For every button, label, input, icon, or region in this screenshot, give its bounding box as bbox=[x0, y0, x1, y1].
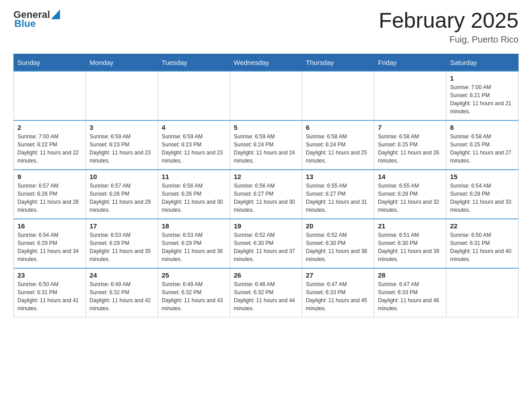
sunrise-text: Sunrise: 6:55 AM bbox=[378, 182, 442, 190]
day-number: 12 bbox=[234, 173, 298, 180]
sunset-text: Sunset: 6:29 PM bbox=[162, 239, 226, 247]
day-number: 17 bbox=[90, 222, 154, 230]
day-number: 19 bbox=[234, 222, 298, 230]
day-info: Sunrise: 6:59 AMSunset: 6:23 PMDaylight:… bbox=[162, 133, 226, 165]
day-number: 10 bbox=[90, 173, 154, 180]
sunrise-text: Sunrise: 6:52 AM bbox=[234, 231, 298, 239]
day-info: Sunrise: 6:48 AMSunset: 6:32 PMDaylight:… bbox=[234, 280, 298, 313]
col-sunday: Sunday bbox=[14, 54, 86, 71]
daylight-text: Daylight: 11 hours and 30 minutes. bbox=[162, 198, 226, 214]
table-row bbox=[86, 71, 158, 120]
sunset-text: Sunset: 6:24 PM bbox=[234, 141, 298, 149]
table-row bbox=[374, 71, 446, 120]
day-number: 1 bbox=[450, 74, 515, 82]
sunset-text: Sunset: 6:29 PM bbox=[90, 239, 154, 247]
sunset-text: Sunset: 6:21 PM bbox=[450, 91, 515, 99]
daylight-text: Daylight: 11 hours and 46 minutes. bbox=[378, 296, 442, 313]
table-row: 20Sunrise: 6:52 AMSunset: 6:30 PMDayligh… bbox=[302, 219, 374, 268]
sunrise-text: Sunrise: 6:49 AM bbox=[90, 280, 154, 288]
day-info: Sunrise: 6:58 AMSunset: 6:25 PMDaylight:… bbox=[450, 133, 515, 165]
sunrise-text: Sunrise: 7:00 AM bbox=[17, 133, 82, 141]
sunset-text: Sunset: 6:30 PM bbox=[306, 239, 370, 247]
day-number: 18 bbox=[162, 222, 226, 230]
sunrise-text: Sunrise: 6:56 AM bbox=[234, 182, 298, 190]
sunrise-text: Sunrise: 6:59 AM bbox=[90, 133, 154, 141]
daylight-text: Daylight: 11 hours and 31 minutes. bbox=[306, 198, 370, 214]
day-info: Sunrise: 6:54 AMSunset: 6:29 PMDaylight:… bbox=[17, 231, 82, 263]
calendar-table: Sunday Monday Tuesday Wednesday Thursday… bbox=[13, 54, 519, 318]
sunrise-text: Sunrise: 6:57 AM bbox=[17, 182, 82, 190]
location: Fuig, Puerto Rico bbox=[379, 34, 519, 45]
sunrise-text: Sunrise: 6:59 AM bbox=[162, 133, 226, 141]
table-row: 18Sunrise: 6:53 AMSunset: 6:29 PMDayligh… bbox=[158, 219, 230, 268]
table-row: 7Sunrise: 6:58 AMSunset: 6:25 PMDaylight… bbox=[374, 120, 446, 170]
sunrise-text: Sunrise: 6:51 AM bbox=[378, 231, 442, 239]
daylight-text: Daylight: 11 hours and 33 minutes. bbox=[450, 198, 515, 214]
logo-triangle-icon bbox=[51, 9, 60, 19]
daylight-text: Daylight: 11 hours and 29 minutes. bbox=[90, 198, 154, 214]
day-info: Sunrise: 6:59 AMSunset: 6:24 PMDaylight:… bbox=[234, 133, 298, 165]
table-row: 12Sunrise: 6:56 AMSunset: 6:27 PMDayligh… bbox=[230, 170, 302, 219]
daylight-text: Daylight: 11 hours and 40 minutes. bbox=[450, 247, 515, 263]
daylight-text: Daylight: 11 hours and 25 minutes. bbox=[306, 149, 370, 165]
sunrise-text: Sunrise: 7:00 AM bbox=[450, 83, 515, 91]
day-info: Sunrise: 7:00 AMSunset: 6:21 PMDaylight:… bbox=[450, 83, 515, 116]
sunrise-text: Sunrise: 6:54 AM bbox=[450, 182, 515, 190]
col-thursday: Thursday bbox=[302, 54, 374, 71]
sunrise-text: Sunrise: 6:58 AM bbox=[450, 133, 515, 141]
sunset-text: Sunset: 6:29 PM bbox=[17, 239, 82, 247]
day-number: 26 bbox=[234, 271, 298, 279]
calendar-week-row: 9Sunrise: 6:57 AMSunset: 6:26 PMDaylight… bbox=[14, 170, 519, 219]
sunrise-text: Sunrise: 6:52 AM bbox=[306, 231, 370, 239]
page-header: General Blue February 2025 Fuig, Puerto … bbox=[13, 9, 519, 45]
daylight-text: Daylight: 11 hours and 23 minutes. bbox=[90, 149, 154, 165]
day-info: Sunrise: 6:53 AMSunset: 6:29 PMDaylight:… bbox=[162, 231, 226, 263]
sunrise-text: Sunrise: 6:57 AM bbox=[90, 182, 154, 190]
day-info: Sunrise: 7:00 AMSunset: 6:22 PMDaylight:… bbox=[17, 133, 82, 165]
col-saturday: Saturday bbox=[446, 54, 519, 71]
day-number: 20 bbox=[306, 222, 370, 230]
table-row: 8Sunrise: 6:58 AMSunset: 6:25 PMDaylight… bbox=[446, 120, 519, 170]
daylight-text: Daylight: 11 hours and 30 minutes. bbox=[234, 198, 298, 214]
table-row: 6Sunrise: 6:58 AMSunset: 6:24 PMDaylight… bbox=[302, 120, 374, 170]
day-info: Sunrise: 6:52 AMSunset: 6:30 PMDaylight:… bbox=[234, 231, 298, 263]
col-wednesday: Wednesday bbox=[230, 54, 302, 71]
day-number: 24 bbox=[90, 271, 154, 279]
table-row: 23Sunrise: 6:50 AMSunset: 6:31 PMDayligh… bbox=[14, 268, 86, 317]
logo-blue: Blue bbox=[14, 18, 36, 30]
sunset-text: Sunset: 6:23 PM bbox=[90, 141, 154, 149]
col-monday: Monday bbox=[86, 54, 158, 71]
col-tuesday: Tuesday bbox=[158, 54, 230, 71]
sunset-text: Sunset: 6:25 PM bbox=[450, 141, 515, 149]
sunset-text: Sunset: 6:28 PM bbox=[450, 190, 515, 198]
sunrise-text: Sunrise: 6:54 AM bbox=[17, 231, 82, 239]
sunset-text: Sunset: 6:28 PM bbox=[378, 190, 442, 198]
table-row: 17Sunrise: 6:53 AMSunset: 6:29 PMDayligh… bbox=[86, 219, 158, 268]
table-row bbox=[14, 71, 86, 120]
day-info: Sunrise: 6:56 AMSunset: 6:27 PMDaylight:… bbox=[234, 182, 298, 214]
logo: General Blue bbox=[13, 9, 60, 30]
table-row: 13Sunrise: 6:55 AMSunset: 6:27 PMDayligh… bbox=[302, 170, 374, 219]
sunset-text: Sunset: 6:22 PM bbox=[17, 141, 82, 149]
calendar-header-row: Sunday Monday Tuesday Wednesday Thursday… bbox=[14, 54, 519, 71]
day-number: 6 bbox=[306, 124, 370, 131]
day-info: Sunrise: 6:59 AMSunset: 6:23 PMDaylight:… bbox=[90, 133, 154, 165]
svg-marker-0 bbox=[51, 9, 60, 19]
day-number: 21 bbox=[378, 222, 442, 230]
day-number: 25 bbox=[162, 271, 226, 279]
sunset-text: Sunset: 6:32 PM bbox=[90, 288, 154, 296]
sunset-text: Sunset: 6:31 PM bbox=[17, 288, 82, 296]
daylight-text: Daylight: 11 hours and 32 minutes. bbox=[378, 198, 442, 214]
sunrise-text: Sunrise: 6:47 AM bbox=[378, 280, 442, 288]
daylight-text: Daylight: 11 hours and 39 minutes. bbox=[378, 247, 442, 263]
sunset-text: Sunset: 6:30 PM bbox=[234, 239, 298, 247]
day-info: Sunrise: 6:47 AMSunset: 6:33 PMDaylight:… bbox=[306, 280, 370, 313]
sunset-text: Sunset: 6:31 PM bbox=[450, 239, 515, 247]
day-number: 9 bbox=[17, 173, 82, 180]
table-row bbox=[230, 71, 302, 120]
sunrise-text: Sunrise: 6:50 AM bbox=[450, 231, 515, 239]
daylight-text: Daylight: 11 hours and 44 minutes. bbox=[234, 296, 298, 313]
table-row: 15Sunrise: 6:54 AMSunset: 6:28 PMDayligh… bbox=[446, 170, 519, 219]
sunset-text: Sunset: 6:32 PM bbox=[234, 288, 298, 296]
day-number: 4 bbox=[162, 124, 226, 131]
